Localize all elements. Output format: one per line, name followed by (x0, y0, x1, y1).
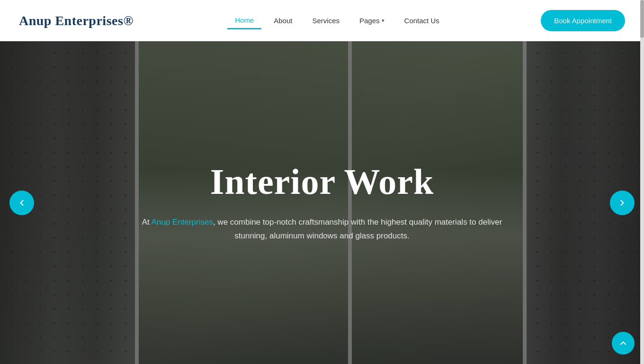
arrow-left-icon (17, 198, 27, 208)
chevron-up-icon (618, 338, 628, 348)
nav-link-about[interactable]: About (266, 13, 300, 28)
scrollbar-thumb[interactable] (640, 0, 644, 38)
nav-link-home[interactable]: Home (227, 12, 261, 28)
chevron-down-icon: ▾ (382, 18, 385, 24)
site-logo[interactable]: Anup Enterprises® (19, 13, 134, 28)
hero-content: Interior Work At Anup Enterprises, we co… (133, 162, 511, 243)
hero-section: Interior Work At Anup Enterprises, we co… (0, 41, 644, 364)
hero-title: Interior Work (133, 162, 511, 202)
nav-item-pages[interactable]: Pages ▾ (352, 13, 392, 28)
nav-links: Home About Services Pages ▾ Contact Us (227, 12, 447, 29)
hero-brand-link[interactable]: Anup Enterprises (152, 218, 213, 227)
logo-symbol: ® (123, 13, 133, 28)
hero-description: At Anup Enterprises, we combine top-notc… (133, 216, 511, 243)
carousel-next-button[interactable] (610, 191, 635, 215)
nav-item-services[interactable]: Services (304, 13, 347, 28)
hero-desc-prefix: At (142, 218, 152, 227)
nav-item-home[interactable]: Home (227, 12, 261, 29)
logo-text: Anup Enterprises (19, 13, 123, 28)
nav-item-about[interactable]: About (266, 13, 300, 28)
nav-link-contact[interactable]: Contact Us (397, 13, 447, 28)
nav-link-pages[interactable]: Pages ▾ (352, 13, 392, 28)
hero-desc-suffix: , we combine top-notch craftsmanship wit… (213, 218, 502, 240)
nav-link-services[interactable]: Services (304, 13, 347, 28)
book-appointment-button[interactable]: Book Appointment (541, 10, 625, 31)
arrow-right-icon (617, 198, 627, 208)
carousel-prev-button[interactable] (9, 191, 34, 215)
navbar: Anup Enterprises® Home About Services Pa… (0, 0, 644, 41)
scrollbar-track[interactable] (640, 0, 644, 364)
scroll-to-top-button[interactable] (612, 332, 635, 355)
nav-item-contact[interactable]: Contact Us (397, 13, 447, 28)
